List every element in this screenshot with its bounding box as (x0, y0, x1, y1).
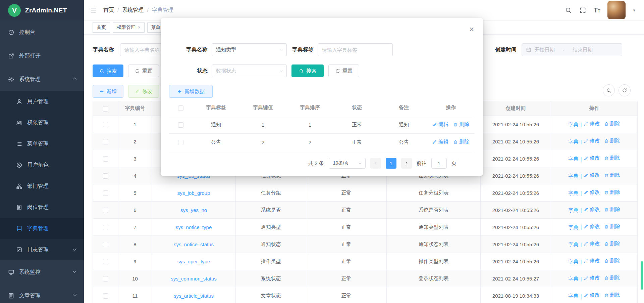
row-checkbox[interactable] (103, 173, 108, 179)
sidebar-item-permission-admin[interactable]: 权限管理 (0, 112, 84, 133)
sidebar-item-dashboard[interactable]: 控制台 (0, 20, 84, 44)
page-size-select[interactable]: 10条/页 (329, 158, 366, 169)
select-all-checkbox[interactable] (103, 106, 108, 112)
create-time-range-picker[interactable]: 开始日期 - 结束日期 (522, 43, 622, 56)
edit-link[interactable]: 修改 (584, 241, 600, 247)
dict-type-link[interactable]: sys_common_status (171, 276, 217, 282)
fullscreen-icon[interactable] (579, 7, 586, 14)
edit-link[interactable]: 修改 (584, 292, 600, 298)
dict-type-link[interactable]: sys_notice_type (176, 224, 212, 230)
page-1-button[interactable]: 1 (386, 158, 396, 169)
tab-permission[interactable]: 权限管理× (113, 23, 145, 33)
edit-link[interactable]: 修改 (584, 206, 600, 213)
dict-data-link[interactable]: 字典 (568, 156, 578, 162)
table-refresh-button[interactable] (619, 84, 631, 96)
edit-button[interactable]: 修改 (128, 85, 159, 98)
row-checkbox[interactable] (103, 259, 108, 264)
edit-link[interactable]: 修改 (584, 172, 600, 178)
logo[interactable]: V ZrAdmin.NET (0, 0, 84, 20)
dialog-dict-tag-input[interactable] (318, 43, 393, 56)
sidebar-item-menu-admin[interactable]: 菜单管理 (0, 133, 84, 155)
tab-home[interactable]: 首页 (93, 23, 110, 33)
dict-data-link[interactable]: 字典 (568, 139, 578, 145)
delete-link[interactable]: 删除 (604, 189, 620, 196)
delete-link[interactable]: 删除 (604, 206, 620, 213)
edit-link[interactable]: 修改 (584, 258, 600, 264)
row-checkbox[interactable] (103, 122, 108, 127)
row-checkbox[interactable] (103, 242, 108, 247)
edit-link[interactable]: 修改 (584, 155, 600, 161)
dict-data-link[interactable]: 字典 (568, 259, 578, 265)
dict-data-link[interactable]: 字典 (568, 293, 578, 299)
table-search-toggle-button[interactable] (603, 84, 615, 96)
search-button[interactable]: 搜索 (93, 64, 123, 77)
delete-link[interactable]: 删除 (604, 155, 620, 161)
goto-page-input[interactable] (431, 158, 447, 169)
edit-link[interactable]: 修改 (584, 189, 600, 196)
add-button[interactable]: 新增 (93, 85, 123, 98)
close-icon[interactable]: × (138, 25, 141, 30)
delete-link[interactable]: 删除 (604, 223, 620, 230)
row-checkbox[interactable] (178, 122, 183, 128)
delete-link[interactable]: 删除 (453, 139, 469, 145)
close-icon[interactable]: ✕ (469, 26, 474, 33)
delete-link[interactable]: 删除 (604, 258, 620, 264)
sidebar-item-system-monitor[interactable]: 系统监控 (0, 260, 84, 284)
sidebar-item-system-admin[interactable]: 系统管理 (0, 68, 84, 91)
delete-link[interactable]: 删除 (604, 292, 620, 298)
dict-type-link[interactable]: sys_article_status (174, 293, 214, 299)
dict-data-link[interactable]: 字典 (568, 207, 578, 214)
dict-data-link[interactable]: 字典 (568, 190, 578, 197)
avatar[interactable] (607, 1, 626, 19)
delete-link[interactable]: 删除 (604, 241, 620, 247)
dict-type-link[interactable]: sys_job_group (177, 190, 210, 196)
edit-link[interactable]: 修改 (584, 121, 600, 127)
row-checkbox[interactable] (178, 140, 183, 145)
sidebar-item-user-admin[interactable]: 用户管理 (0, 91, 84, 112)
chevron-down-icon[interactable]: ▾ (633, 8, 635, 13)
sidebar-item-external-open[interactable]: 外部打开 (0, 44, 84, 68)
sidebar-item-post-admin[interactable]: 岗位管理 (0, 197, 84, 218)
row-checkbox[interactable] (103, 190, 108, 196)
edit-link[interactable]: 修改 (584, 275, 600, 281)
dict-data-link[interactable]: 字典 (568, 224, 578, 231)
dict-type-link[interactable]: sys_oper_type (177, 259, 210, 264)
row-checkbox[interactable] (103, 276, 108, 282)
edit-link[interactable]: 修改 (584, 138, 600, 144)
edit-link[interactable]: 编辑 (432, 121, 448, 128)
dict-data-link[interactable]: 字典 (568, 122, 578, 128)
dict-type-link[interactable]: sys_notice_status (174, 242, 214, 247)
row-checkbox[interactable] (103, 156, 108, 162)
delete-link[interactable]: 删除 (604, 121, 620, 127)
sidebar-item-log-admin[interactable]: 日志管理 (0, 239, 84, 260)
next-page-button[interactable] (401, 158, 412, 169)
dialog-add-data-button[interactable]: 新增数据 (169, 85, 213, 98)
dialog-search-button[interactable]: 搜索 (291, 64, 324, 77)
edit-link[interactable]: 修改 (584, 223, 600, 230)
dialog-status-select[interactable]: 数据状态 (212, 64, 287, 77)
scrollbar-thumb[interactable] (641, 261, 643, 290)
row-checkbox[interactable] (103, 208, 108, 213)
select-all-checkbox[interactable] (178, 105, 183, 111)
dict-type-link[interactable]: sys_yes_no (180, 207, 207, 213)
sidebar-item-department-admin[interactable]: 部门管理 (0, 176, 84, 197)
row-checkbox[interactable] (103, 225, 108, 230)
dict-data-link[interactable]: 字典 (568, 242, 578, 248)
sidebar-item-user-role[interactable]: 用户角色 (0, 155, 84, 176)
breadcrumb-home[interactable]: 首页 (103, 7, 114, 14)
delete-link[interactable]: 删除 (604, 172, 620, 178)
breadcrumb-system[interactable]: 系统管理 (122, 7, 144, 14)
font-size-icon[interactable]: TT (594, 6, 600, 14)
reset-button[interactable]: 重置 (128, 64, 159, 77)
dict-data-link[interactable]: 字典 (568, 276, 578, 282)
hamburger-icon[interactable] (84, 6, 103, 14)
edit-link[interactable]: 编辑 (432, 139, 448, 145)
row-checkbox[interactable] (103, 139, 108, 144)
dialog-reset-button[interactable]: 重置 (328, 64, 359, 77)
delete-link[interactable]: 删除 (453, 121, 469, 128)
delete-link[interactable]: 删除 (604, 275, 620, 281)
search-icon[interactable] (565, 7, 572, 14)
row-checkbox[interactable] (103, 293, 108, 299)
dict-data-link[interactable]: 字典 (568, 173, 578, 179)
sidebar-item-dict-admin[interactable]: 字典管理 (0, 218, 84, 239)
